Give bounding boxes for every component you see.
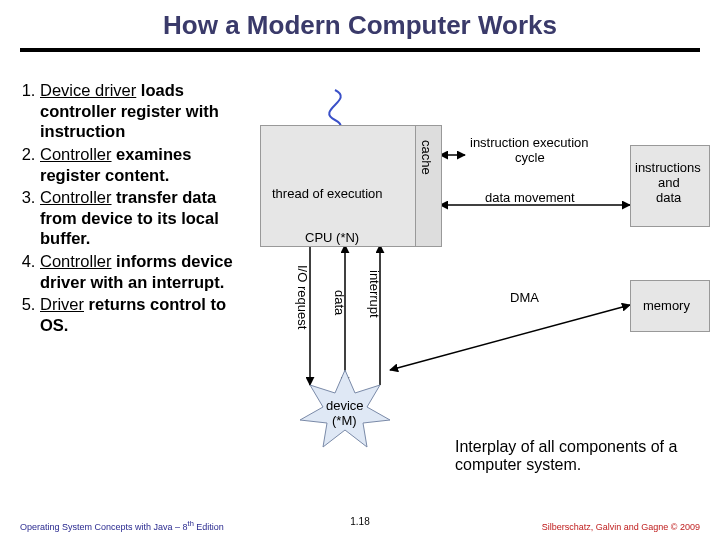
step-3: Controller transfer data from device to … xyxy=(40,187,256,249)
step-3-subject: Controller xyxy=(40,188,112,206)
instr-l1: instructions xyxy=(635,160,701,175)
instr-l2: and xyxy=(658,175,680,190)
step-1: Device driver loads controller register … xyxy=(40,80,256,142)
io-request-label: I/O request xyxy=(295,265,310,329)
interrupt-label: interrupt xyxy=(367,270,382,318)
iec-l2: cycle xyxy=(515,150,545,165)
step-2: Controller examines register content. xyxy=(40,144,256,185)
step-5-subject: Driver xyxy=(40,295,84,313)
footer-right: Silberschatz, Galvin and Gagne © 2009 xyxy=(542,522,700,532)
diagram: cache thread of execution CPU (*N) instr… xyxy=(260,80,710,450)
thread-label: thread of execution xyxy=(272,186,383,201)
cache-label: cache xyxy=(419,140,434,175)
caption: Interplay of all components of a compute… xyxy=(455,438,715,474)
step-4-subject: Controller xyxy=(40,252,112,270)
page-title: How a Modern Computer Works xyxy=(0,10,720,41)
step-1-subject: Device driver xyxy=(40,81,136,99)
data-label: data xyxy=(332,290,347,315)
footer: Operating System Concepts with Java – 8t… xyxy=(0,516,720,532)
step-2-subject: Controller xyxy=(40,145,112,163)
steps-list: Device driver loads controller register … xyxy=(18,80,256,338)
device-l1: device xyxy=(326,398,364,413)
step-4: Controller informs device driver with an… xyxy=(40,251,256,292)
svg-line-5 xyxy=(390,305,630,370)
device-l2: (*M) xyxy=(332,413,357,428)
memory-label: memory xyxy=(643,298,690,313)
step-5: Driver returns control to OS. xyxy=(40,294,256,335)
title-rule xyxy=(20,48,700,52)
instr-l3: data xyxy=(656,190,681,205)
data-movement-label: data movement xyxy=(485,190,575,205)
iec-l1: instruction execution xyxy=(470,135,589,150)
dma-label: DMA xyxy=(510,290,539,305)
cpu-label: CPU (*N) xyxy=(305,230,359,245)
